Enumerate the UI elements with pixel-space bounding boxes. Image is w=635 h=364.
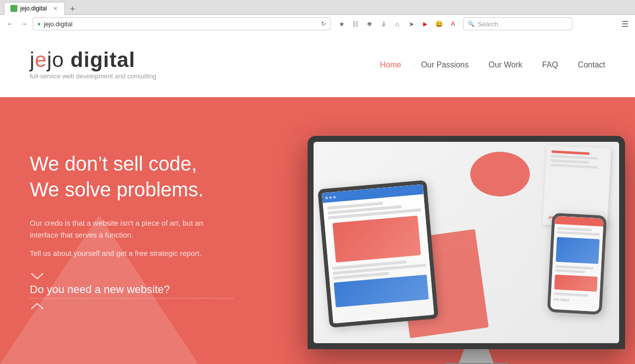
phone-content: jejo digital <box>551 224 603 306</box>
logo-io: jo <box>47 48 64 71</box>
browser-nav-buttons: ← → <box>4 18 30 30</box>
phone-label: jejo digital <box>554 298 596 303</box>
monitor-mockup: JHON GIB... jejo digital <box>308 136 635 364</box>
phone-screen: jejo digital <box>550 216 604 312</box>
hero-section: We don’t sell code,We solve problems. Ou… <box>0 97 635 364</box>
site-logo: jejo digital full-service web developmen… <box>30 50 156 80</box>
face-icon[interactable]: 😀 <box>434 18 444 29</box>
logo-digital: digital <box>70 48 135 71</box>
phone-image-2 <box>554 275 597 292</box>
browser-toolbar: ← → ● jejo.digital ↻ ★ ☷ ❖ ⇓ ⌂ ➤ ▶ 😀 A 🔍… <box>0 15 635 33</box>
security-icon: ● <box>37 20 41 27</box>
phone-mockup: jejo digital <box>547 213 607 314</box>
browser-chrome: jejo.digital ✕ + ← → ● jejo.digital ↻ ★ … <box>0 0 635 33</box>
reading-list-icon[interactable]: ☷ <box>350 18 361 29</box>
tablet-mockup <box>318 180 439 328</box>
search-icon: 🔍 <box>468 21 475 27</box>
avast-icon[interactable]: A <box>447 18 458 29</box>
hero-body-2: Tell us about yourself and get a free st… <box>30 249 233 257</box>
nav-our-passions[interactable]: Our Passions <box>421 61 469 69</box>
tab-close-button[interactable]: ✕ <box>52 5 59 12</box>
tablet-image <box>332 216 421 263</box>
tablet-dot <box>325 196 328 199</box>
menu-button[interactable]: ☰ <box>619 18 631 30</box>
url-text: jejo.digital <box>44 20 179 28</box>
phone-line <box>558 227 592 232</box>
new-tab-button[interactable]: + <box>67 3 78 14</box>
decorative-circle <box>470 152 530 196</box>
tablet-dot <box>333 196 335 198</box>
logo-wordmark: jejo digital <box>30 50 156 70</box>
home-icon[interactable]: ⌂ <box>392 18 403 29</box>
hero-headline: We don’t sell code,We solve problems. <box>30 151 233 202</box>
nav-home[interactable]: Home <box>380 61 401 69</box>
phone-image <box>556 237 599 264</box>
tab-title: jejo.digital <box>20 5 47 12</box>
hero-content-right: JHON GIB... jejo digital <box>263 97 635 364</box>
phone-line <box>557 231 600 236</box>
tablet-content <box>323 194 434 313</box>
search-bar[interactable]: 🔍 Search <box>463 17 572 30</box>
download-icon[interactable]: ⇓ <box>378 18 389 29</box>
refresh-icon: ↻ <box>321 20 326 27</box>
logo-j: j <box>30 48 35 71</box>
active-tab[interactable]: jejo.digital ✕ <box>4 2 65 15</box>
pocket-icon[interactable]: ❖ <box>364 18 375 29</box>
send-icon[interactable]: ➤ <box>406 18 417 29</box>
logo-tagline: full-service web development and consult… <box>30 72 156 80</box>
forward-button[interactable]: → <box>18 18 30 30</box>
browser-icons-group: ★ ☷ ❖ ⇓ ⌂ ➤ ▶ 😀 A <box>336 18 458 29</box>
hero-accordion: Do you need a new website? <box>30 272 233 310</box>
monitor-frame: JHON GIB... jejo digital <box>308 136 625 349</box>
accordion-question[interactable]: Do you need a new website? <box>30 283 233 299</box>
youtube-icon[interactable]: ▶ <box>420 18 431 29</box>
address-bar[interactable]: ● jejo.digital ↻ <box>33 17 330 30</box>
card-line <box>551 159 589 164</box>
chevron-down-icon[interactable] <box>30 272 45 280</box>
phone-line <box>555 269 585 273</box>
tab-favicon <box>10 5 17 12</box>
hero-content-left: We don’t sell code,We solve problems. Ou… <box>0 97 263 364</box>
tablet-screen <box>322 184 434 324</box>
monitor-neck <box>459 349 494 363</box>
site-header: jejo digital full-service web developmen… <box>0 33 635 97</box>
search-placeholder: Search <box>478 20 498 28</box>
tablet-chart <box>334 275 429 307</box>
monitor-screen: JHON GIB... jejo digital <box>314 142 619 343</box>
chevron-up-icon[interactable] <box>30 303 45 310</box>
bookmark-star-icon[interactable]: ★ <box>336 18 347 29</box>
nav-our-work[interactable]: Our Work <box>489 61 522 69</box>
card-line <box>551 150 589 155</box>
phone-line <box>554 293 588 297</box>
card-line <box>551 155 598 160</box>
tab-bar: jejo.digital ✕ + <box>0 0 635 15</box>
tablet-dot <box>329 196 331 198</box>
hero-body-1: Our credo is that a website isn't a piec… <box>30 217 233 241</box>
card-line <box>551 164 597 169</box>
screen-content: JHON GIB... jejo digital <box>314 142 619 343</box>
monitor-stand-group <box>308 349 635 364</box>
website-content: jejo digital full-service web developmen… <box>0 33 635 364</box>
site-nav: Home Our Passions Our Work FAQ Contact <box>380 61 605 69</box>
nav-contact[interactable]: Contact <box>578 61 605 69</box>
nav-faq[interactable]: FAQ <box>542 61 558 69</box>
back-button[interactable]: ← <box>4 18 16 30</box>
logo-e: e <box>35 48 47 71</box>
